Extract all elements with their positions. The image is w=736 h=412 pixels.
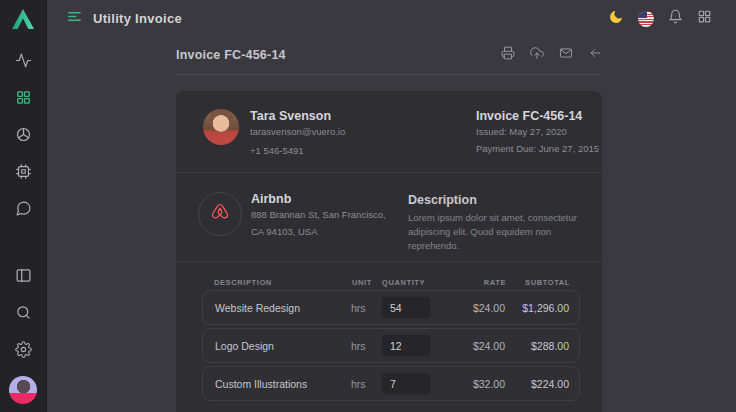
items-table-section: DESCRIPTION UNIT QUANTITY RATE SUBTOTAL …	[176, 261, 602, 401]
column-header-quantity: QUANTITY	[382, 278, 448, 287]
item-quantity-cell	[381, 372, 447, 395]
item-subtotal: $1,296.00	[505, 302, 569, 314]
gear-icon	[15, 341, 32, 362]
activity-icon	[15, 52, 32, 73]
sidebar-item-search[interactable]	[0, 296, 47, 333]
sidebar	[0, 0, 47, 412]
us-flag-icon	[638, 11, 654, 27]
item-rate: $32.00	[447, 378, 505, 390]
sidebar-item-dashboards[interactable]	[0, 81, 47, 118]
sidebar-item-components[interactable]	[0, 118, 47, 155]
description-text: Lorem ipsum dolor sit amet, consectetur …	[408, 211, 596, 252]
company-name: Airbnb	[251, 192, 386, 206]
column-header-rate: RATE	[448, 278, 506, 287]
quantity-input[interactable]	[381, 334, 431, 357]
company-address-line1: 888 Brannan St, San Francisco,	[251, 208, 386, 223]
customer-email: tarasvenson@vuero.io	[250, 126, 345, 137]
invoice-page-header: Invoice FC-456-14	[176, 46, 602, 64]
notifications-button[interactable]	[668, 9, 683, 28]
item-quantity-cell	[381, 334, 447, 357]
customer-avatar[interactable]	[203, 109, 239, 145]
upload-cloud-button[interactable]	[530, 46, 544, 64]
wheel-icon	[15, 126, 32, 147]
back-button[interactable]	[588, 46, 602, 64]
item-description: Website Redesign	[215, 302, 351, 314]
table-row: Custom Illustrations hrs $32.00 $224.00	[202, 366, 580, 401]
sidebar-item-panels[interactable]	[0, 259, 47, 296]
quantity-input[interactable]	[381, 372, 431, 395]
navbar-actions	[608, 9, 712, 29]
user-avatar[interactable]	[9, 376, 37, 404]
header-divider	[176, 74, 602, 75]
send-mail-button[interactable]	[559, 46, 573, 64]
invoice-issued-date: Issued: May 27, 2020	[476, 126, 599, 137]
language-selector[interactable]	[638, 11, 654, 27]
cpu-icon	[15, 163, 32, 184]
hamburger-icon	[67, 9, 82, 28]
moon-icon	[608, 9, 624, 29]
item-subtotal: $288.00	[505, 340, 569, 352]
item-description: Logo Design	[215, 340, 351, 352]
sidebar-item-settings[interactable]	[0, 333, 47, 370]
menu-toggle-button[interactable]	[67, 9, 82, 28]
item-rate: $24.00	[447, 340, 505, 352]
company-info: Airbnb 888 Brannan St, San Francisco, CA…	[251, 192, 386, 261]
mail-icon	[559, 46, 573, 64]
item-description: Custom Illustrations	[215, 378, 351, 390]
sidebar-item-elements[interactable]	[0, 155, 47, 192]
quantity-input[interactable]	[381, 296, 431, 319]
dark-mode-toggle[interactable]	[608, 9, 624, 29]
page-breadcrumb-title: Utility Invoice	[93, 11, 182, 26]
printer-icon	[501, 46, 515, 64]
apps-grid-icon	[15, 89, 32, 110]
description-title: Description	[408, 193, 596, 207]
table-row: Website Redesign hrs $24.00 $1,296.00	[202, 290, 580, 325]
table-row: Logo Design hrs $24.00 $288.00	[202, 328, 580, 363]
customer-section: Tara Svenson tarasvenson@vuero.io +1 546…	[176, 91, 602, 172]
column-header-subtotal: SUBTOTAL	[506, 278, 570, 287]
company-address-line2: CA 94103, USA	[251, 226, 386, 237]
sidebar-item-messages[interactable]	[0, 192, 47, 229]
customer-phone: +1 546-5491	[250, 145, 345, 156]
apps-grid-icon	[697, 9, 712, 28]
invoice-card: Tara Svenson tarasvenson@vuero.io +1 546…	[176, 91, 602, 412]
app-window: Utility Invoice	[0, 0, 736, 412]
item-unit: hrs	[351, 378, 381, 390]
item-unit: hrs	[351, 302, 381, 314]
company-logo	[198, 192, 242, 236]
search-icon	[15, 304, 32, 325]
triangle-logo-icon	[11, 8, 35, 34]
item-unit: hrs	[351, 340, 381, 352]
page-title: Invoice FC-456-14	[176, 48, 286, 62]
content-area: Invoice FC-456-14	[47, 37, 736, 412]
item-rate: $24.00	[447, 302, 505, 314]
panels-icon	[15, 267, 32, 288]
table-header-row: DESCRIPTION UNIT QUANTITY RATE SUBTOTAL	[202, 278, 580, 287]
column-header-unit: UNIT	[352, 278, 382, 287]
item-subtotal: $224.00	[505, 378, 569, 390]
chat-bubble-icon	[15, 200, 32, 221]
sidebar-item-activity[interactable]	[0, 44, 47, 81]
bell-icon	[668, 9, 683, 28]
invoice-actions	[501, 46, 602, 64]
customer-info: Tara Svenson tarasvenson@vuero.io +1 546…	[250, 109, 345, 172]
invoice-number: Invoice FC-456-14	[476, 109, 599, 123]
column-header-description: DESCRIPTION	[214, 278, 352, 287]
invoice-due-date: Payment Due: June 27, 2015	[476, 143, 599, 154]
invoice-meta: Invoice FC-456-14 Issued: May 27, 2020 P…	[476, 109, 599, 154]
upload-cloud-icon	[530, 46, 544, 64]
top-navbar: Utility Invoice	[47, 0, 736, 37]
customer-name: Tara Svenson	[250, 109, 345, 123]
airbnb-icon	[209, 201, 231, 227]
main-area: Utility Invoice	[47, 0, 736, 412]
item-quantity-cell	[381, 296, 447, 319]
apps-menu-button[interactable]	[697, 9, 712, 28]
vuero-logo[interactable]	[11, 8, 35, 34]
company-section: Airbnb 888 Brannan St, San Francisco, CA…	[176, 172, 602, 261]
arrow-left-icon	[588, 46, 602, 64]
description-block: Description Lorem ipsum dolor sit amet, …	[408, 193, 596, 252]
print-button[interactable]	[501, 46, 515, 64]
